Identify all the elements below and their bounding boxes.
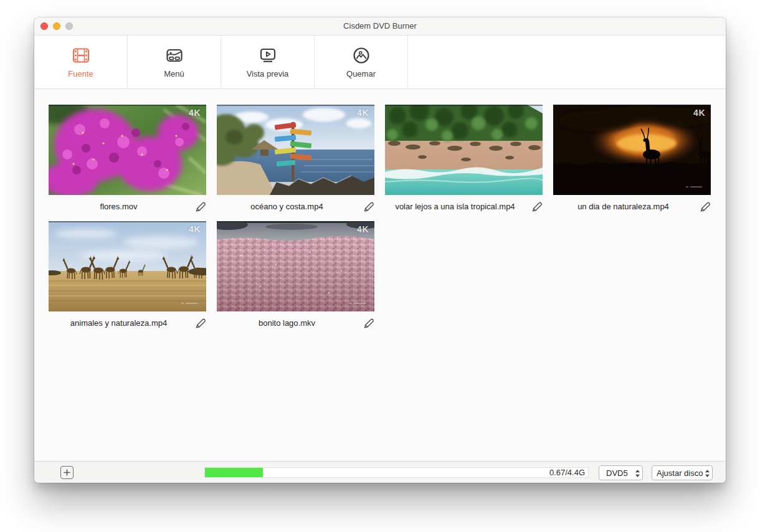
video-filename: un dia de naturaleza.mp4: [553, 202, 693, 211]
edit-pencil-icon[interactable]: [189, 316, 206, 329]
edit-pencil-icon[interactable]: [357, 200, 374, 212]
video-thumbnail-pink-flowers[interactable]: 4K: [49, 105, 206, 195]
video-filename: volar lejos a una isla tropical.mp4: [385, 202, 525, 211]
video-tile[interactable]: 4K flores.mov: [49, 105, 206, 212]
flowers-art: [49, 105, 206, 195]
menu-template-icon: [165, 46, 184, 65]
coast-art: [217, 105, 374, 195]
tropical-art: [385, 105, 543, 195]
plus-icon: [64, 469, 70, 476]
tab-label: Vista previa: [247, 69, 289, 78]
tab-label: Fuente: [68, 69, 93, 78]
tab-menu[interactable]: Menú: [128, 36, 221, 88]
burn-image-icon: [352, 46, 371, 65]
flamingos-art: [217, 221, 374, 311]
edit-pencil-icon[interactable]: [525, 200, 543, 212]
badge-4k: 4K: [693, 108, 705, 118]
traffic-lights: [40, 22, 73, 30]
tab-vista-previa[interactable]: Vista previa: [221, 36, 315, 88]
video-tile[interactable]: 4K animales y naturaleza.mp4: [49, 221, 206, 329]
capacity-text: 0.67/4.4G: [549, 468, 585, 477]
tab-fuente[interactable]: Fuente: [34, 36, 128, 88]
disc-type-select[interactable]: DVD5: [599, 465, 643, 480]
film-strip-icon: [72, 46, 90, 65]
status-bar: 0.67/4.4G DVD5 Ajustar disco: [34, 461, 726, 483]
zoom-button: [65, 22, 73, 30]
video-thumbnail-coast-signpost[interactable]: 4K: [217, 105, 374, 195]
toolbar-spacer: [408, 36, 726, 88]
disc-type-value: DVD5: [606, 468, 628, 478]
window-title: Cisdem DVD Burner: [34, 17, 726, 35]
stepper-arrows-icon: [635, 469, 640, 478]
badge-4k: 4K: [189, 108, 201, 118]
badge-4k: 4K: [189, 224, 201, 234]
badge-4k: 4K: [357, 224, 369, 234]
video-filename: océano y costa.mp4: [217, 202, 357, 211]
video-caption: un dia de naturaleza.mp4: [553, 200, 711, 212]
disc-usage-progress: 0.67/4.4G: [204, 467, 589, 478]
video-filename: flores.mov: [49, 202, 189, 211]
video-caption: flores.mov: [49, 200, 206, 212]
video-caption: animales y naturaleza.mp4: [49, 316, 206, 329]
video-thumbnail-tropical-beach[interactable]: [385, 105, 543, 195]
disc-usage-progress-fill: [205, 468, 263, 477]
minimize-button[interactable]: [53, 22, 60, 30]
video-caption: volar lejos a una isla tropical.mp4: [385, 200, 543, 212]
tab-label: Quemar: [346, 69, 376, 78]
video-thumbnail-savanna-sunset[interactable]: 4K: [553, 105, 711, 195]
stepper-arrows-icon: [705, 469, 710, 478]
edit-pencil-icon[interactable]: [357, 316, 374, 329]
video-tile[interactable]: 4K bonito lago.mkv: [217, 221, 374, 329]
close-button[interactable]: [40, 22, 48, 30]
title-bar[interactable]: Cisdem DVD Burner: [34, 17, 726, 36]
video-caption: bonito lago.mkv: [217, 316, 374, 329]
giraffes-art: [49, 221, 206, 311]
app-window: Cisdem DVD Burner Fuente: [34, 17, 726, 483]
video-tile[interactable]: 4K un dia de naturaleza.mp4: [553, 105, 711, 212]
video-grid: 4K flores.mov: [34, 89, 726, 461]
fit-disc-select[interactable]: Ajustar disco: [652, 465, 713, 480]
video-filename: animales y naturaleza.mp4: [49, 318, 189, 328]
edit-pencil-icon[interactable]: [189, 200, 206, 212]
edit-pencil-icon[interactable]: [693, 200, 711, 212]
video-thumbnail-flamingo-lake[interactable]: 4K: [217, 221, 374, 311]
video-tile[interactable]: 4K océano y costa.mp4: [217, 105, 374, 212]
video-tile[interactable]: volar lejos a una isla tropical.mp4: [385, 105, 543, 212]
video-filename: bonito lago.mkv: [217, 318, 357, 328]
video-caption: océano y costa.mp4: [217, 200, 374, 212]
video-thumbnail-giraffes[interactable]: 4K: [49, 221, 206, 311]
fit-disc-label: Ajustar disco: [657, 468, 703, 478]
main-toolbar: Fuente Menú Vista previa: [34, 36, 726, 89]
sunset-art: [553, 105, 711, 195]
tab-quemar[interactable]: Quemar: [315, 36, 408, 88]
tab-label: Menú: [164, 69, 184, 78]
badge-4k: 4K: [357, 108, 369, 118]
add-video-button[interactable]: [60, 466, 74, 479]
video-preview-icon: [259, 46, 277, 65]
